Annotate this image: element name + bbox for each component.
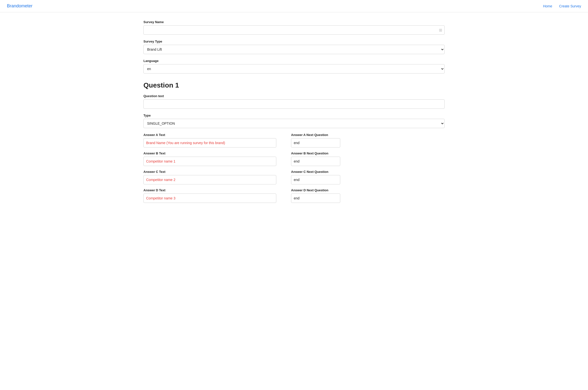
answer-d-row: Answer D Text Answer D Next Question — [143, 188, 445, 203]
survey-name-wrapper: ⊞ — [143, 25, 445, 35]
answer-c-row: Answer C Text Answer C Next Question — [143, 170, 445, 184]
survey-type-select[interactable]: Brand Lift Awareness Recall — [143, 45, 445, 54]
answer-b-text-label: Answer B Text — [143, 151, 276, 155]
question-text-label: Question text — [143, 94, 445, 98]
create-survey-link[interactable]: Create Survey — [559, 4, 581, 8]
question-heading: Question 1 — [143, 81, 445, 89]
question-type-label: Type — [143, 114, 445, 117]
answer-a-row: Answer A Text Answer A Next Question — [143, 133, 445, 147]
answer-c-next-label: Answer C Next Question — [291, 170, 340, 174]
answer-a-next-input[interactable] — [291, 138, 340, 147]
answer-d-text-col: Answer D Text — [143, 188, 276, 203]
answer-d-next-input[interactable] — [291, 194, 340, 203]
answer-c-text-label: Answer C Text — [143, 170, 276, 174]
brand-logo[interactable]: Brandometer — [7, 3, 33, 9]
nav-links: Home Create Survey — [543, 4, 581, 8]
answer-a-text-col: Answer A Text — [143, 133, 276, 147]
answer-b-next-input[interactable] — [291, 157, 340, 166]
answer-b-row: Answer B Text Answer B Next Question — [143, 151, 445, 166]
answer-a-next-label: Answer A Next Question — [291, 133, 340, 137]
question-type-select[interactable]: SINGLE_OPTION MULTIPLE_OPTION TEXT — [143, 119, 445, 128]
survey-name-label: Survey Name — [143, 20, 445, 24]
answer-b-next-label: Answer B Next Question — [291, 151, 340, 155]
answer-c-next-col: Answer C Next Question — [291, 170, 340, 184]
survey-name-group: Survey Name ⊞ — [143, 20, 445, 35]
survey-type-label: Survey Type — [143, 40, 445, 43]
language-group: Language en fr de es — [143, 59, 445, 74]
answer-b-text-col: Answer B Text — [143, 151, 276, 166]
grid-icon: ⊞ — [439, 28, 442, 33]
answer-d-next-label: Answer D Next Question — [291, 188, 340, 192]
answer-d-text-input[interactable] — [143, 194, 276, 203]
answer-d-text-label: Answer D Text — [143, 188, 276, 192]
question-section: Question 1 Question text Type SINGLE_OPT… — [143, 81, 445, 203]
answer-b-next-col: Answer B Next Question — [291, 151, 340, 166]
survey-name-input[interactable] — [143, 25, 445, 35]
answer-a-text-input[interactable] — [143, 138, 276, 147]
answer-c-next-input[interactable] — [291, 175, 340, 184]
answer-a-text-label: Answer A Text — [143, 133, 276, 137]
answer-c-text-col: Answer C Text — [143, 170, 276, 184]
question-type-group: Type SINGLE_OPTION MULTIPLE_OPTION TEXT — [143, 114, 445, 128]
answer-d-next-col: Answer D Next Question — [291, 188, 340, 203]
answer-c-text-input[interactable] — [143, 175, 276, 184]
answer-b-text-input[interactable] — [143, 157, 276, 166]
question-text-group: Question text — [143, 94, 445, 109]
survey-type-group: Survey Type Brand Lift Awareness Recall — [143, 40, 445, 54]
main-content: Survey Name ⊞ Survey Type Brand Lift Awa… — [137, 12, 451, 215]
home-link[interactable]: Home — [543, 4, 552, 8]
answers-container: Answer A Text Answer A Next Question Ans… — [143, 133, 445, 203]
question-text-input[interactable] — [143, 99, 445, 109]
navbar: Brandometer Home Create Survey — [0, 0, 588, 12]
answer-a-next-col: Answer A Next Question — [291, 133, 340, 147]
language-label: Language — [143, 59, 445, 63]
language-select[interactable]: en fr de es — [143, 64, 445, 74]
